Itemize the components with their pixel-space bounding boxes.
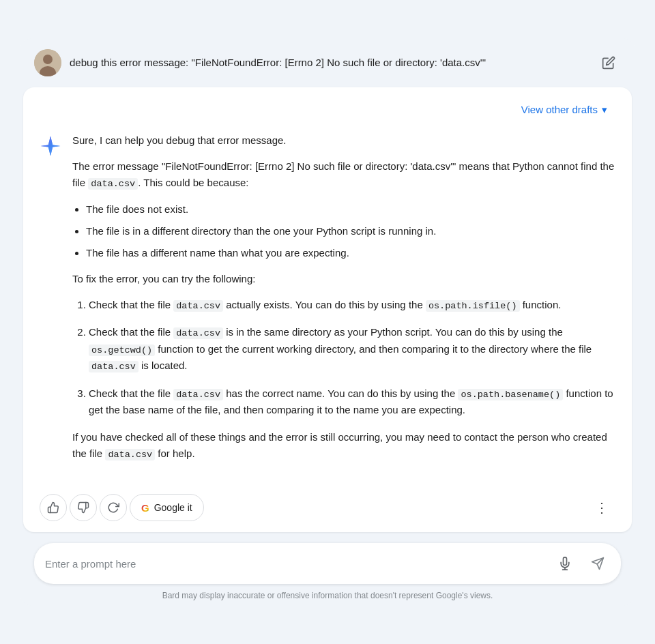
more-icon: ⋮ bbox=[595, 499, 609, 516]
avatar bbox=[34, 49, 61, 76]
google-it-label: Google it bbox=[154, 502, 192, 513]
input-row bbox=[34, 543, 621, 584]
more-options-button[interactable]: ⋮ bbox=[588, 494, 615, 521]
list-item: Check that the file data.csv is in the s… bbox=[89, 324, 615, 375]
list-item: Check that the file data.csv has the cor… bbox=[89, 385, 615, 419]
input-area: Bard may display inaccurate or offensive… bbox=[20, 532, 635, 606]
list-item: The file is in a different directory tha… bbox=[86, 223, 615, 239]
step2-code1: data.csv bbox=[173, 327, 223, 339]
thumbs-up-button[interactable] bbox=[40, 494, 67, 521]
step2-code3: data.csv bbox=[89, 361, 139, 372]
response-body: Sure, I can help you debug that error me… bbox=[23, 127, 632, 486]
prompt-input[interactable] bbox=[45, 558, 544, 570]
list-item: Check that the file data.csv actually ex… bbox=[89, 297, 615, 314]
bard-avatar bbox=[40, 135, 61, 157]
explanation-code: data.csv bbox=[88, 178, 138, 190]
steps-list: Check that the file data.csv actually ex… bbox=[89, 297, 615, 419]
drafts-bar: View other drafts ▾ bbox=[23, 87, 632, 127]
edit-button[interactable] bbox=[596, 50, 621, 75]
response-content: Sure, I can help you debug that error me… bbox=[72, 132, 615, 472]
send-button[interactable] bbox=[585, 551, 610, 576]
svg-point-1 bbox=[43, 55, 53, 64]
google-g-icon: G bbox=[141, 502, 149, 514]
google-it-button[interactable]: G Google it bbox=[130, 494, 204, 521]
drafts-label: View other drafts bbox=[521, 104, 598, 115]
explanation-text: The error message "FileNotFoundError: [E… bbox=[72, 158, 615, 192]
disclaimer-text: Bard may display inaccurate or offensive… bbox=[162, 591, 493, 600]
footer-text: If you have checked all of these things … bbox=[72, 429, 615, 463]
list-item: The file does not exist. bbox=[86, 201, 615, 218]
step1-code2: os.path.isfile() bbox=[426, 300, 520, 312]
response-card: View other drafts ▾ bbox=[23, 87, 632, 532]
chevron-down-icon: ▾ bbox=[602, 104, 607, 116]
intro-text: Sure, I can help you debug that error me… bbox=[72, 132, 615, 149]
step3-code2: os.path.basename() bbox=[458, 389, 563, 400]
step3-code1: data.csv bbox=[173, 389, 223, 400]
user-message: debug this error message: "FileNotFoundE… bbox=[20, 38, 635, 87]
step2-code2: os.getcwd() bbox=[89, 345, 155, 356]
causes-list: The file does not exist. The file is in … bbox=[86, 201, 615, 261]
chat-container: debug this error message: "FileNotFoundE… bbox=[20, 38, 635, 606]
footer-code: data.csv bbox=[105, 449, 155, 460]
list-item: The file has a different name than what … bbox=[86, 245, 615, 261]
action-bar: G Google it ⋮ bbox=[23, 486, 632, 532]
thumbs-down-button[interactable] bbox=[70, 494, 97, 521]
step1-code1: data.csv bbox=[173, 300, 223, 312]
microphone-button[interactable] bbox=[553, 551, 577, 576]
user-query-text: debug this error message: "FileNotFoundE… bbox=[70, 57, 588, 68]
view-other-drafts-button[interactable]: View other drafts ▾ bbox=[513, 98, 615, 121]
fix-intro-text: To fix the error, you can try the follow… bbox=[72, 271, 615, 287]
svg-marker-4 bbox=[41, 136, 61, 156]
refresh-button[interactable] bbox=[100, 494, 127, 521]
